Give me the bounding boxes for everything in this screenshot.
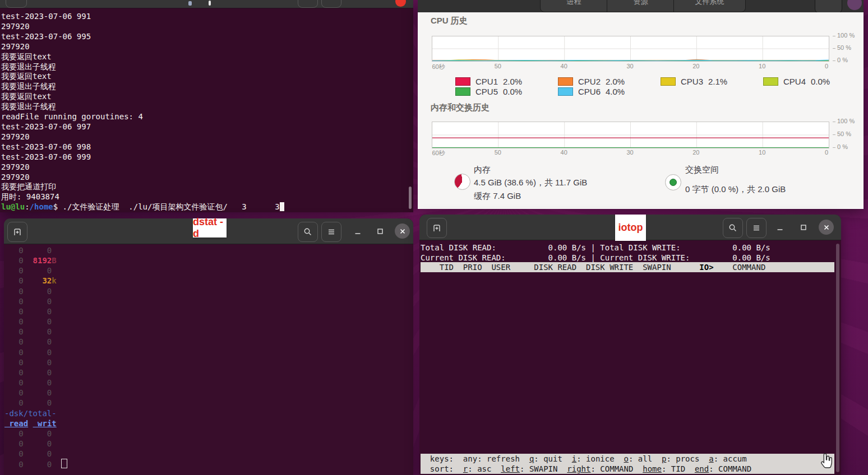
terminal-line: 0 32k [4,276,412,286]
close-button[interactable] [819,220,834,235]
terminal-line: 0 0 [4,398,412,408]
cpu-legend-item: CPU32.1% [661,76,763,87]
new-tab-icon [11,0,20,1]
swap-usage-value: 0 字节 (0.0 %)，共 2.0 GiB [685,184,786,195]
y-tick: 100 % [833,118,855,124]
x-tick: 40 [561,63,567,69]
maximize-button[interactable] [373,224,387,239]
x-tick: 50 [495,63,501,69]
cpu-color-swatch [661,77,676,86]
menu-button[interactable] [321,0,341,8]
terminal-line: 0 0 [4,449,412,459]
minimize-button[interactable] [773,220,787,235]
cpu-legend-item: CPU12.0% [455,76,558,87]
tab-resources[interactable]: 资源 [607,0,675,12]
iotop-output[interactable]: Total DISK READ: 0.00 B/s | Total DISK W… [421,240,841,475]
cpu-history-chart [432,36,829,62]
new-tab-button[interactable] [7,222,27,242]
cpu-usage-value: 0.0% [503,87,522,96]
x-tick: 60秒 [432,149,445,157]
y-tick: 50 % [833,131,851,137]
terminal-line: 我要退出子线程 [1,62,409,72]
cpu-name: CPU3 [681,77,703,86]
title-fragment [209,1,211,6]
cpu-name: CPU1 [475,77,498,86]
minimize-button[interactable] [350,224,365,239]
y-tick: 50 % [833,44,851,51]
menu-button[interactable] [746,218,767,238]
cpu-usage-value: 2.0% [503,77,522,86]
mouse-cursor-icon [820,453,835,471]
scrollbar-thumb[interactable] [836,244,839,472]
cpu-name: CPU5 [475,87,498,96]
x-tick: 10 [759,149,765,156]
iotop-terminal-window: iotop Total DISK R [419,215,841,475]
memory-cache-value: 缓存 7.4 GiB [474,191,521,202]
terminal-line: 我要返回text [1,72,409,82]
terminal-line: 0 0 [4,327,412,337]
maximize-button[interactable] [796,220,811,235]
terminal-line: -dsk/total- [4,408,412,418]
terminal-line: 0 0 [4,337,412,347]
terminal-output[interactable]: test-2023-07-06 991297920test-2023-07-06… [1,8,409,212]
terminal-line: test-2023-07-06 995 [1,32,409,42]
search-button[interactable] [298,222,318,242]
tab-label: 进程 [567,0,581,7]
terminal-line: 0 0 [4,347,412,357]
close-button[interactable] [395,223,410,239]
terminal-line: 297920 [1,162,409,173]
user-avatar[interactable] [847,0,862,10]
terminal-line: 0 0 [4,439,412,449]
dstat-titlebar: dstat -d [4,218,413,244]
terminal-line: lu@lu:/home$ ./文件验证处理 ./lu/项目架构文件验证包/ 3 … [1,202,409,212]
iotop-table-header[interactable]: TID PRIO USER DISK READ DISK WRITE SWAPI… [421,262,834,272]
terminal-line: 297920 [1,42,409,52]
cpu-legend-item: CPU50.0% [455,87,558,97]
x-tick: 40 [561,149,567,156]
menu-button[interactable] [815,0,842,12]
tab-file-systems[interactable]: 文件系统 [673,0,746,12]
terminal-line: test-2023-07-06 999 [1,152,409,162]
terminal-line: 用时: 9403874 [1,192,409,202]
y-tick: 100 % [833,32,855,39]
terminal-line: 0 0 [4,388,412,398]
cpu-color-swatch [455,87,470,96]
terminal-line: 297920 [1,22,409,32]
menu-button[interactable] [321,222,341,242]
iotop-keys-row: keys: any: refresh q: quit i: ionice o: … [421,454,834,464]
terminal-line: test-2023-07-06 998 [1,142,409,152]
terminal-line: 0 0 [4,266,412,276]
new-tab-button[interactable] [427,218,447,238]
terminal-line: 0 0 [4,357,412,367]
tab-processes[interactable]: 进程 [540,0,608,12]
search-icon [728,223,737,232]
hamburger-icon [752,223,761,232]
cpu-usage-value: 4.0% [606,87,625,96]
cpu-name: CPU2 [578,77,601,86]
iotop-current-row: Current DISK READ: 0.00 B/s | Current DI… [421,253,770,263]
x-tick: 60秒 [432,63,445,71]
terminal-line: 297920 [1,132,409,142]
memory-usage-value: 4.5 GiB (38.6 %)，共 11.7 GiB [474,178,587,188]
terminal-line: 0 0 [4,245,412,255]
x-tick: 0 [825,149,828,156]
memory-x-axis: 60秒50403020100 [418,149,844,157]
cpu-name: CPU4 [783,77,806,86]
minimize-icon [354,227,362,235]
cpu-name: CPU6 [578,87,601,96]
system-monitor-window: 进程 资源 文件系统 CPU 历史 100 % 50 % 0 % 60秒5040… [418,0,864,209]
search-button[interactable] [723,218,743,238]
search-button[interactable] [298,0,318,8]
cpu-legend: CPU12.0%CPU22.0%CPU32.1%CPU40.0%CPU50.0%… [455,76,866,97]
new-tab-button[interactable] [6,0,27,8]
dstat-output[interactable]: 0 0 0 8192B 0 0 0 32k 0 0 0 0 0 0 0 0 0 … [4,244,412,469]
close-icon [823,224,830,231]
x-tick: 20 [692,149,699,156]
terminal-line: 我要把通道打印 [1,182,409,192]
terminal-line: 0 0 [4,286,412,296]
scrollbar-thumb[interactable] [409,187,412,209]
terminal-line: test-2023-07-06 991 [1,12,409,22]
maximize-icon [800,223,807,231]
terminal-line: 0 0 [4,316,412,327]
recording-indicator-icon [395,0,406,7]
